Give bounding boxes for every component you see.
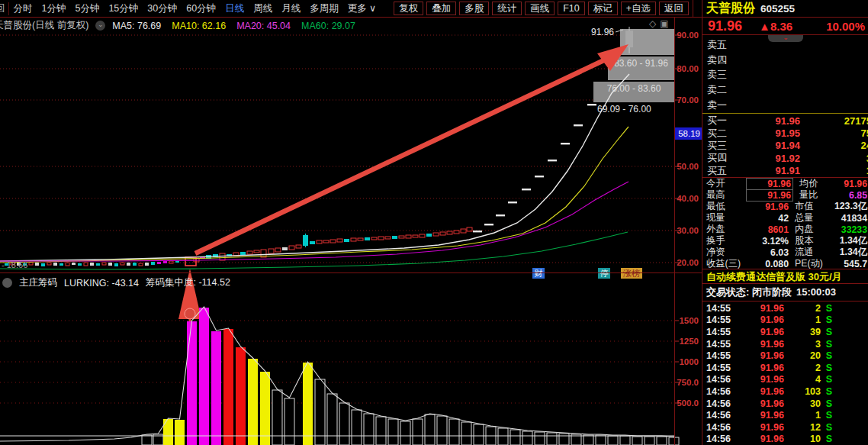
ma-label: MA5: 76.69 [112,21,161,31]
topbar-divider [0,17,868,18]
price-change: ▲8.36 [759,20,792,33]
svg-text:90.00: 90.00 [677,31,699,40]
ma-label: MA20: 45.04 [236,21,291,31]
limit-up-dash [535,176,544,177]
chart-corner-icons[interactable]: ◇▣ [649,18,673,29]
buy-level-row[interactable]: 买四91.923 [702,152,868,164]
sell-level-row[interactable]: 卖一 [702,98,868,113]
separator [702,113,868,114]
svg-text:50.00: 50.00 [677,162,699,171]
stock-title: 天普股份 605255 [693,0,868,17]
svg-text:91.96: 91.96 [591,27,614,37]
svg-text:1000: 1000 [679,357,699,366]
indicator-name: 主庄筹码 [19,276,57,289]
transaction-row: 14:5691.9630S5 [702,398,868,410]
buy-level-row[interactable]: 买二91.9575 [702,127,868,139]
price-change-pct: 10.00% [826,20,865,33]
main-chart: 90.0080.0070.0050.0040.0030.0020.0058.19… [0,0,702,445]
main-chart-layer: 90.0080.0070.0050.0040.0030.0020.0058.19… [0,27,702,342]
stat-row: 换手3.12%股本1.34亿 [702,235,868,247]
stat-row: 收益(三)0.080PE(动)545.7 [702,258,868,269]
limit-up-dash [574,124,583,126]
svg-text:涨榜: 涨榜 [623,269,640,278]
svg-text:83.60 - 91.96: 83.60 - 91.96 [614,58,668,69]
status-label: 交易状态: 闭市阶段 [706,286,792,298]
tag-财[interactable]: 财 [532,268,545,279]
sell-level-row[interactable]: 卖四 [702,53,868,68]
limit-up-dash [508,202,517,203]
stat-row: 今开91.96均价91.96 [702,178,868,189]
collapse-chevron-icon[interactable]: ⌄ [95,21,105,31]
transaction-list[interactable]: 14:5591.962S114:5591.961S114:5591.9639S1… [702,302,868,445]
indicator-concentration-value: 筹码集中度: -114.52 [146,276,230,289]
last-price: 91.96 [708,18,742,34]
buy-level-row[interactable]: 买五91.911 [702,165,868,177]
svg-text:停: 停 [600,269,609,278]
ma-label: MA10: 62.16 [172,21,226,31]
stat-row: 净资6.03流通1.34亿 [702,247,868,258]
transaction-row: 14:5691.9610S1 [702,434,868,445]
chart-title: 天普股份(日线 前复权) [0,19,88,32]
transaction-row: 14:5591.9620S1 [702,350,868,362]
svg-text:财: 财 [535,269,543,278]
svg-text:750.0: 750.0 [677,378,699,387]
tag-涨榜[interactable]: 涨榜 [621,268,642,279]
stat-row: 外盘8601内盘33233 [702,224,868,235]
stock-code: 605255 [760,3,795,15]
limit-up-dash [473,231,482,232]
candlesticks [5,27,633,266]
chip-distribution-chart: 150012501000750.0500.0 [0,307,699,445]
svg-text:- 18.66: - 18.66 [2,260,27,269]
axis-border [674,17,675,445]
svg-text:80.00: 80.00 [677,64,699,73]
limit-up-dash [484,224,493,225]
quote-panel: 91.96 ▲8.36 10.00% ⌄ 卖五卖四卖三卖二卖一 买一91.962… [702,18,868,445]
stat-row: 最高91.96量比6.85 [702,189,868,201]
ma-line-MA60 [0,232,628,269]
stat-row: 最低91.96市值123.3亿 [702,201,868,212]
limit-up-dash [548,160,557,161]
svg-text:69.09 - 76.00: 69.09 - 76.00 [597,104,651,114]
ma-labels: MA5: 76.69MA10: 62.16MA20: 45.04MA60: 29… [112,21,366,31]
quote-row: 91.96 ▲8.36 10.00% [702,18,868,34]
transaction-row: 14:5691.96103S14 [702,385,868,398]
orderbook-collapse-tab[interactable]: ⌄ [768,35,803,42]
chart-header: 天普股份(日线 前复权) ⌄ MA5: 76.69MA10: 62.16MA20… [3,19,366,32]
transaction-row: 14:5691.961S1 [702,409,868,421]
buy-level-row[interactable]: 买一91.9627175 [702,114,868,127]
svg-text:20.00: 20.00 [677,258,699,267]
buy-level-row[interactable]: 买三91.9424 [702,140,868,152]
transaction-row: 14:5691.9612S1 [702,421,868,434]
stock-name: 天普股份 [706,1,755,17]
svg-text:70.00: 70.00 [677,95,699,105]
limit-up-dash [587,104,596,105]
indicator-lurking-value: LURKING: -43.14 [64,278,139,289]
ma-line-MA5 [0,74,629,261]
price-zone: 83.60 - 91.96 [608,56,674,80]
svg-text:1500: 1500 [679,316,699,325]
price-zone: 76.00 - 83.60 [593,82,674,102]
status-time: 15:00:03 [796,286,836,298]
sell-level-row[interactable]: 卖三 [702,68,868,83]
separator [702,301,868,302]
svg-text:30.00: 30.00 [677,226,699,235]
sell-level-row[interactable]: 卖二 [702,82,868,98]
stat-row: 现量42总量41834 [702,212,868,224]
ma-line-MA20 [0,182,628,261]
indicator-icon[interactable] [2,278,12,288]
transaction-row: 14:5691.964S1 [702,374,868,386]
separator [702,269,868,269]
svg-text:500.0: 500.0 [677,398,699,408]
svg-text:58.19: 58.19 [678,129,700,138]
tag-停[interactable]: 停 [598,268,610,279]
limit-up-dash [496,214,505,216]
transaction-row: 14:5591.963S1 [702,338,868,350]
transaction-row: 14:5591.962S1 [702,362,868,374]
transaction-row: 14:5591.962S1 [702,302,868,314]
trading-status: 交易状态: 闭市阶段15:00:03 [706,285,836,299]
transaction-row: 14:5591.961S1 [702,314,868,327]
separator [702,283,868,284]
tdx-trading-app: 回 分时1分钟5分钟15分钟30分钟60分钟日线周线月线多周期更多 ∨ 复权叠加… [0,0,868,445]
right-panel-border [702,0,702,445]
subscription-notice[interactable]: 自动续费通达信普及版 30元/月 [706,270,842,284]
